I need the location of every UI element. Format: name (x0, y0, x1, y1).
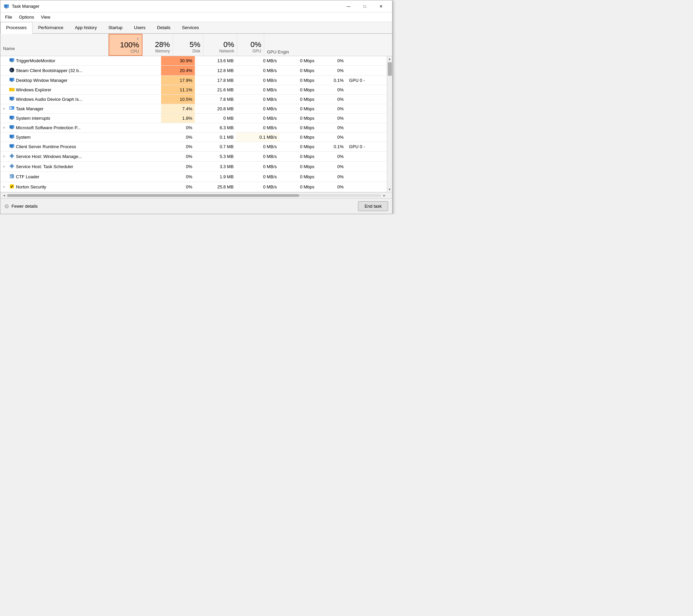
svg-rect-22 (12, 108, 14, 109)
gpu-engine-cell (346, 56, 387, 66)
table-row[interactable]: Windows Audio Device Graph Is... 10.5% 7… (0, 95, 387, 104)
horizontal-scrollbar[interactable]: ◄ ► (0, 192, 392, 198)
svg-rect-41 (12, 154, 12, 155)
table-row[interactable]: C CTF Loader 0% 1.9 MB 0 MB/s 0 Mbps 0% (0, 172, 387, 182)
cpu-cell: 0% (161, 182, 195, 192)
process-name: Service Host: Task Scheduler (16, 164, 74, 169)
network-cell: 0 Mbps (279, 152, 317, 162)
gpu-cell: 0% (317, 95, 346, 104)
process-icon (9, 134, 15, 140)
svg-text:S: S (10, 69, 12, 72)
tab-users[interactable]: Users (128, 22, 151, 33)
col-disk-header[interactable]: 5% Disk (173, 34, 203, 56)
network-cell: 0 Mbps (279, 85, 317, 95)
svg-rect-50 (13, 166, 14, 166)
gpu-cell: 0.1% (317, 76, 346, 85)
disk-cell: 0 MB/s (236, 152, 279, 162)
disk-cell: 0 MB/s (236, 76, 279, 85)
svg-rect-21 (10, 107, 12, 109)
table-row[interactable]: > Service Host: Task Scheduler 0% 3.3 MB… (0, 162, 387, 172)
svg-rect-12 (13, 79, 14, 80)
table-row[interactable]: System interrupts 1.8% 0 MB 0 MB/s 0 Mbp… (0, 114, 387, 123)
process-name: Norton Security (16, 184, 46, 190)
svg-text:C: C (10, 175, 13, 178)
table-row[interactable]: TriggerModeMonitor 30.9% 13.6 MB 0 MB/s … (0, 56, 387, 66)
disk-cell: 0 MB/s (236, 162, 279, 172)
table-row[interactable]: Client Server Runtime Process 0% 0.7 MB … (0, 142, 387, 152)
gpu-engine-cell (346, 182, 387, 192)
process-name: Microsoft Software Protection P... (16, 125, 81, 130)
h-scroll-track[interactable] (7, 194, 381, 197)
tab-processes[interactable]: Processes (0, 22, 33, 34)
svg-point-40 (11, 155, 13, 157)
minimize-button[interactable]: — (341, 1, 356, 12)
col-name-header[interactable]: Name (0, 34, 108, 56)
tab-startup[interactable]: Startup (102, 22, 128, 33)
scroll-down-button[interactable]: ▼ (388, 187, 392, 192)
process-name: Client Server Runtime Process (16, 144, 76, 149)
col-memory-header[interactable]: 28% Memory (142, 34, 173, 56)
gpu-engine-cell (346, 85, 387, 95)
menu-options[interactable]: Options (16, 13, 38, 21)
memory-cell: 7.8 MB (195, 95, 236, 104)
scroll-right-button[interactable]: ► (382, 193, 387, 198)
expand-icon[interactable]: > (3, 185, 8, 189)
scroll-thumb[interactable] (388, 62, 392, 76)
svg-rect-29 (13, 126, 14, 128)
col-gpu-header[interactable]: 0% GPU (237, 34, 264, 56)
menu-view[interactable]: View (38, 13, 54, 21)
process-icon (9, 144, 15, 150)
vertical-scrollbar[interactable]: ▲ ▼ (387, 56, 392, 192)
network-cell: 0 Mbps (279, 114, 317, 123)
process-icon (9, 58, 15, 64)
cpu-cell: 7.4% (161, 104, 195, 114)
disk-cell: 0 MB/s (236, 95, 279, 104)
expand-icon[interactable]: > (3, 155, 8, 158)
expand-icon[interactable]: > (3, 126, 8, 130)
network-cell: 0 Mbps (279, 56, 317, 66)
disk-cell: 0.1 MB/s (236, 133, 279, 142)
table-row[interactable]: > Microsoft Software Protection P... 0% … (0, 123, 387, 133)
title-text: Task Manager (12, 4, 341, 9)
menu-bar: File Options View (0, 13, 392, 22)
scroll-up-button[interactable]: ▲ (388, 56, 392, 62)
table-row[interactable]: > Norton Security 0% 25.8 MB 0 MB/s 0 Mb… (0, 182, 387, 192)
table-row[interactable]: Desktop Window Manager 17.9% 17.8 MB 0 M… (0, 76, 387, 85)
process-icon (9, 153, 15, 160)
col-cpu-header[interactable]: ∨ 100% CPU (108, 34, 142, 56)
table-row[interactable]: > Service Host: Windows Manage... 0% 5.3… (0, 152, 387, 162)
tab-services[interactable]: Services (176, 22, 205, 33)
col-network-header[interactable]: 0% Network (203, 34, 237, 56)
col-gpu-engine-header[interactable]: GPU Engin (264, 34, 392, 56)
expand-icon[interactable]: > (3, 107, 8, 111)
disk-cell: 0 MB/s (236, 123, 279, 133)
table-row[interactable]: System 0% 0.1 MB 0.1 MB/s 0 Mbps 0% (0, 133, 387, 142)
process-name: Task Manager (16, 106, 44, 111)
svg-rect-15 (9, 88, 12, 89)
tab-performance[interactable]: Performance (33, 22, 69, 33)
gpu-engine-cell (346, 114, 387, 123)
memory-cell: 5.3 MB (195, 152, 236, 162)
table-row[interactable]: > Task Manager 7.4% 20.8 MB 0 MB/s 0 Mbp… (0, 104, 387, 114)
fewer-details-button[interactable]: ⊙ Fewer details (4, 203, 38, 210)
menu-file[interactable]: File (2, 13, 16, 21)
svg-rect-5 (10, 59, 13, 61)
process-icon: C (9, 174, 15, 180)
maximize-button[interactable]: □ (357, 1, 373, 12)
scroll-left-button[interactable]: ◄ (2, 193, 6, 198)
tab-details[interactable]: Details (151, 22, 176, 33)
svg-rect-38 (11, 147, 13, 148)
tab-app-history[interactable]: App history (69, 22, 102, 33)
cpu-cell: 20.4% (161, 66, 195, 76)
svg-rect-25 (13, 117, 14, 118)
end-task-button[interactable]: End task (358, 201, 388, 211)
table-row[interactable]: Windows Explorer 11.1% 21.6 MB 0 MB/s 0 … (0, 85, 387, 95)
process-name: CTF Loader (16, 174, 39, 179)
gpu-engine-cell (346, 162, 387, 172)
close-button[interactable]: ✕ (373, 1, 389, 12)
process-icon (9, 125, 15, 131)
expand-icon[interactable]: > (3, 165, 8, 168)
table-row[interactable]: S Steam Client Bootstrapper (32 b... 20.… (0, 66, 387, 76)
svg-rect-2 (7, 6, 8, 7)
process-icon (9, 184, 15, 190)
